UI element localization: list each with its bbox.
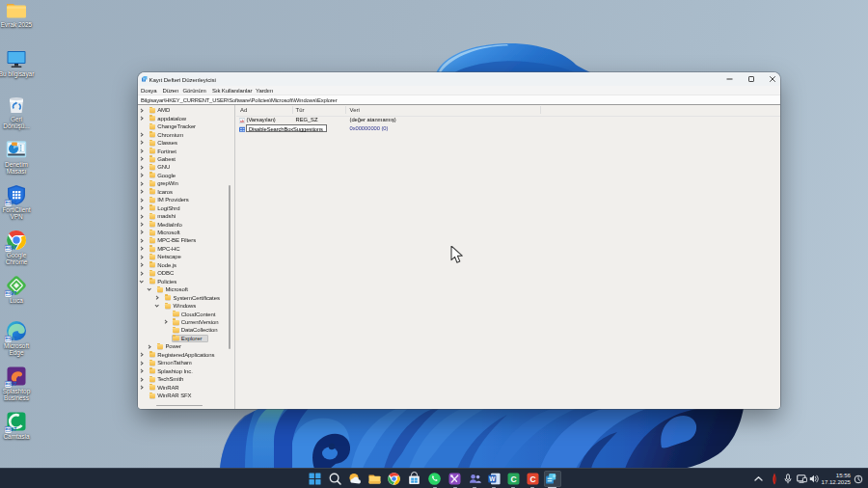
svg-text:W: W (489, 475, 496, 482)
svg-text:C: C (510, 474, 516, 484)
svg-text:ab: ab (240, 118, 245, 122)
svg-text:C: C (529, 474, 535, 484)
